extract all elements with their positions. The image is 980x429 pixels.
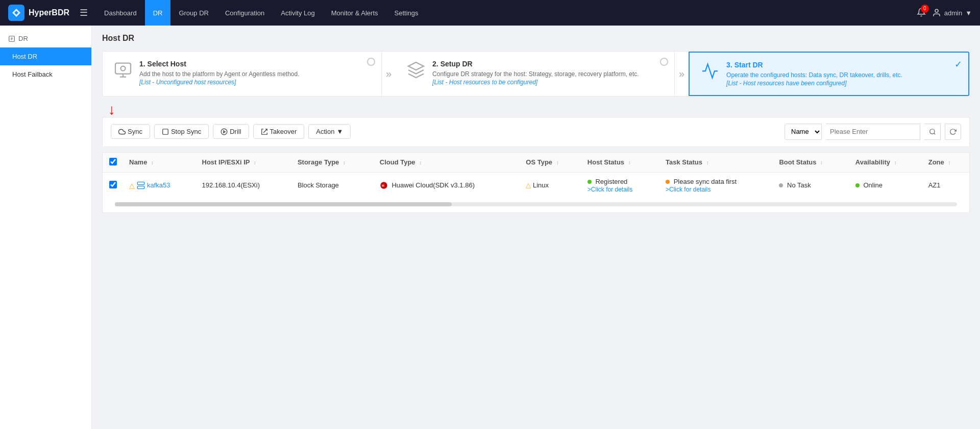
search-button[interactable] (924, 124, 941, 140)
row-availability-cell: Online (849, 172, 922, 198)
step-2-desc: Configure DR strategy for the host: Stra… (432, 70, 664, 79)
row-os-type-cell: △ Linux (520, 172, 581, 198)
action-button[interactable]: Action ▼ (308, 124, 351, 139)
main-layout: DR Host DR Host Failback Host DR (0, 26, 980, 429)
takeover-icon (261, 128, 268, 135)
cloud-type-sort-icon[interactable]: ↕ (419, 160, 422, 165)
refresh-icon (949, 128, 957, 135)
stop-sync-button[interactable]: Stop Sync (154, 124, 209, 139)
nav-group-dr[interactable]: Group DR (170, 0, 217, 26)
step-3-icon-wrap (700, 61, 720, 81)
os-type-sort-icon[interactable]: ↕ (556, 160, 559, 165)
nav-dashboard[interactable]: Dashboard (96, 0, 145, 26)
host-type-icon (137, 181, 145, 189)
th-host-status[interactable]: Host Status ↕ (581, 153, 659, 173)
logo-area[interactable]: HyperBDR (8, 5, 69, 21)
th-host-ip[interactable]: Host IP/ESXi IP ↕ (196, 153, 291, 173)
admin-menu[interactable]: admin ▼ (932, 8, 972, 17)
refresh-button[interactable] (945, 124, 961, 140)
th-zone[interactable]: Zone ↕ (922, 153, 969, 173)
th-boot-status[interactable]: Boot Status ↕ (773, 153, 849, 173)
step-3-card[interactable]: 3. Start DR Operate the configured hosts… (689, 52, 969, 96)
admin-dropdown-icon: ▼ (965, 9, 972, 17)
boot-status-sort-icon[interactable]: ↕ (820, 160, 823, 165)
step-3-title: 3. Start DR (726, 61, 958, 69)
row-cloud-type: Huawei Cloud(SDK v3.1.86) (391, 181, 475, 189)
step-3-link[interactable]: [List - Host resources have been configu… (726, 80, 958, 87)
table-scroll-thumb[interactable] (115, 202, 452, 206)
host-ip-sort-icon[interactable]: ↕ (254, 160, 256, 165)
row-host-status-cell: Registered >Click for details (581, 172, 659, 198)
admin-label: admin (944, 9, 962, 17)
task-status-sort-icon[interactable]: ↕ (706, 160, 709, 165)
step-2-title: 2. Setup DR (432, 60, 664, 68)
sidebar-item-host-dr[interactable]: Host DR (0, 47, 91, 65)
host-status-sort-icon[interactable]: ↕ (628, 160, 631, 165)
step-arrow-1: » (382, 68, 396, 80)
step-1-content: 1. Select Host Add the host to the platf… (139, 60, 371, 86)
th-storage-type[interactable]: Storage Type ↕ (291, 153, 374, 173)
row-storage-type: Block Storage (298, 181, 339, 189)
step-2-card[interactable]: 2. Setup DR Configure DR strategy for th… (396, 52, 675, 96)
row-availability: Online (863, 181, 883, 189)
nav-activity-log[interactable]: Activity Log (273, 0, 323, 26)
select-all-checkbox[interactable] (109, 158, 117, 165)
boot-status-dot (779, 183, 783, 187)
th-checkbox[interactable] (103, 153, 123, 173)
drill-button[interactable]: Drill (213, 124, 249, 139)
row-host-status-link[interactable]: >Click for details (587, 186, 632, 193)
action-dropdown-icon: ▼ (336, 128, 343, 135)
linux-warning-icon: △ (526, 181, 531, 189)
availability-sort-icon[interactable]: ↕ (894, 160, 897, 165)
cloud-icon (118, 128, 126, 135)
step-1-icon (114, 61, 132, 79)
search-area: Name (785, 124, 961, 140)
sync-button[interactable]: Sync (111, 124, 150, 139)
takeover-button[interactable]: Takeover (253, 124, 305, 139)
host-name-icons: △ kafka53 (129, 181, 190, 189)
notification-bell[interactable]: 0 (917, 8, 926, 18)
row-host-status: Registered (595, 178, 627, 185)
hamburger-menu[interactable]: ☰ (80, 7, 88, 18)
name-sort-icon[interactable]: ↕ (151, 160, 154, 165)
step-1-circle (367, 58, 375, 66)
storage-type-sort-icon[interactable]: ↕ (343, 160, 346, 165)
nav-configuration[interactable]: Configuration (217, 0, 273, 26)
th-availability[interactable]: Availability ↕ (849, 153, 922, 173)
row-checkbox[interactable] (109, 181, 117, 188)
search-input[interactable] (826, 124, 920, 140)
row-task-status: Please sync data first (674, 178, 737, 185)
step-1-card[interactable]: 1. Select Host Add the host to the platf… (103, 52, 382, 96)
step-3-icon (701, 62, 719, 80)
step-3-content: 3. Start DR Operate the configured hosts… (726, 61, 958, 87)
sidebar-host-dr-label: Host DR (12, 53, 37, 60)
step-arrow-2: » (675, 68, 689, 80)
svg-point-6 (221, 129, 227, 135)
page-title: Host DR (102, 34, 970, 43)
row-checkbox-cell[interactable] (103, 172, 123, 198)
row-name-link[interactable]: kafka53 (147, 181, 170, 189)
step-2-link[interactable]: [List - Host resources to be configured] (432, 79, 664, 86)
nav-monitor-alerts[interactable]: Monitor & Alerts (323, 0, 386, 26)
th-os-type[interactable]: OS Type ↕ (520, 153, 581, 173)
admin-avatar-icon (932, 8, 941, 17)
step-3-desc: Operate the configured hosts: Data sync,… (726, 71, 958, 80)
table-scroll-track[interactable] (115, 202, 957, 206)
host-table: Name ↕ Host IP/ESXi IP ↕ Storage Type ↕ (102, 152, 970, 213)
row-host-ip-cell: 192.168.10.4(ESXi) (196, 172, 291, 198)
steps-container: 1. Select Host Add the host to the platf… (102, 51, 970, 97)
svg-line-9 (934, 133, 935, 135)
nav-settings[interactable]: Settings (386, 0, 427, 26)
nav-dr[interactable]: DR (145, 0, 171, 26)
zone-sort-icon[interactable]: ↕ (948, 160, 950, 165)
row-task-status-link[interactable]: >Click for details (666, 186, 710, 193)
svg-point-4 (121, 66, 126, 71)
logo-text: HyperBDR (29, 8, 69, 17)
th-cloud-type[interactable]: Cloud Type ↕ (374, 153, 520, 173)
th-task-status[interactable]: Task Status ↕ (659, 153, 773, 173)
step-1-link[interactable]: [List - Unconfigured host resources] (139, 79, 371, 86)
sidebar-item-host-failback[interactable]: Host Failback (0, 65, 91, 83)
row-host-ip: 192.168.10.4(ESXi) (202, 181, 260, 189)
search-filter-select[interactable]: Name (785, 124, 822, 140)
th-name[interactable]: Name ↕ (123, 153, 196, 173)
